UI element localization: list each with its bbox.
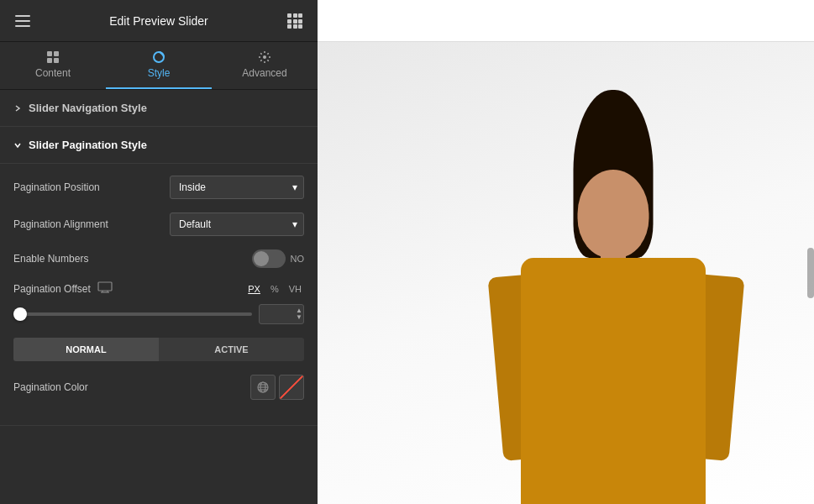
toggle-knob [254, 251, 269, 266]
right-panel [318, 0, 814, 504]
panel-body: Slider Navigation Style Slider Paginatio… [0, 90, 318, 504]
person-body [521, 258, 706, 504]
tab-style[interactable]: Style [106, 42, 212, 89]
pagination-offset-row: Pagination Offset PX % VH [13, 281, 304, 296]
offset-slider-row: ▲ ▼ [13, 304, 304, 324]
svg-rect-2 [15, 25, 30, 27]
svg-rect-13 [54, 51, 59, 56]
svg-rect-1 [15, 20, 30, 22]
svg-rect-9 [287, 24, 291, 29]
pagination-alignment-select[interactable]: Default Left Center Right [170, 213, 304, 236]
chevron-down-icon [13, 141, 22, 150]
svg-rect-0 [15, 15, 30, 17]
tab-content[interactable]: Content [0, 42, 106, 89]
scrollbar[interactable] [807, 248, 814, 298]
pagination-section-label: Slider Pagination Style [29, 139, 147, 151]
svg-rect-10 [293, 24, 297, 29]
svg-rect-4 [293, 13, 297, 18]
svg-rect-12 [47, 51, 52, 56]
svg-rect-11 [298, 24, 302, 29]
enable-numbers-label: Enable Numbers [13, 253, 252, 265]
unit-percent-button[interactable]: % [268, 282, 281, 296]
page-title: Edit Preview Slider [34, 14, 284, 28]
navigation-section-header[interactable]: Slider Navigation Style [0, 90, 318, 127]
mode-tabs: NORMAL ACTIVE [13, 338, 304, 361]
svg-rect-3 [287, 13, 291, 18]
tabs-container: Content Style Advanced [0, 42, 318, 90]
toggle-no-label: NO [291, 254, 305, 264]
navigation-section-label: Slider Navigation Style [29, 102, 147, 114]
tab-advanced[interactable]: Advanced [212, 42, 318, 89]
enable-numbers-row: Enable Numbers NO [13, 249, 304, 268]
left-panel: Edit Preview Slider Cont [0, 0, 318, 504]
pagination-offset-label: Pagination Offset [13, 283, 91, 295]
chevron-right-icon [13, 104, 22, 113]
transparent-color-swatch[interactable] [279, 375, 304, 400]
pagination-position-label: Pagination Position [13, 181, 170, 193]
steppers: ▲ ▼ [296, 304, 302, 324]
menu-button[interactable] [12, 12, 34, 30]
pagination-position-row: Pagination Position Inside Outside [13, 176, 304, 199]
offset-number-input-wrapper: ▲ ▼ [259, 304, 304, 324]
svg-rect-7 [293, 19, 297, 24]
svg-rect-6 [287, 19, 291, 24]
top-right-bar [318, 0, 814, 42]
offset-range-slider[interactable] [13, 312, 252, 316]
svg-rect-14 [47, 58, 52, 63]
image-area [318, 42, 814, 504]
enable-numbers-toggle[interactable] [252, 249, 286, 268]
enable-numbers-toggle-container: NO [252, 249, 305, 268]
mode-normal-tab[interactable]: NORMAL [13, 338, 159, 361]
pagination-section-content: Pagination Position Inside Outside Pagin… [0, 164, 318, 426]
svg-rect-15 [54, 58, 59, 63]
person-figure [466, 66, 760, 505]
unit-group: PX % VH [245, 282, 304, 296]
pagination-position-select[interactable]: Inside Outside [170, 176, 304, 199]
slider-thumb [13, 307, 27, 321]
monitor-icon [97, 281, 113, 296]
color-swatches [250, 375, 304, 400]
pagination-color-row: Pagination Color [13, 375, 304, 400]
pagination-offset-label-group: Pagination Offset [13, 281, 113, 296]
svg-rect-5 [298, 13, 302, 18]
pagination-alignment-label: Pagination Alignment [13, 218, 170, 230]
pagination-position-select-wrapper: Inside Outside [170, 176, 304, 199]
unit-vh-button[interactable]: VH [286, 282, 304, 296]
top-bar: Edit Preview Slider [0, 0, 318, 42]
global-color-swatch[interactable] [250, 375, 276, 400]
grid-button[interactable] [284, 10, 306, 32]
unit-px-button[interactable]: PX [245, 282, 263, 296]
svg-point-17 [263, 55, 266, 59]
step-down-button[interactable]: ▼ [296, 314, 302, 321]
pagination-alignment-row: Pagination Alignment Default Left Center… [13, 213, 304, 236]
pagination-alignment-select-wrapper: Default Left Center Right [170, 213, 304, 236]
svg-rect-8 [298, 19, 302, 24]
mode-active-tab[interactable]: ACTIVE [159, 338, 304, 361]
pagination-section-header[interactable]: Slider Pagination Style [0, 127, 318, 164]
pagination-color-label: Pagination Color [13, 381, 250, 393]
svg-rect-18 [98, 282, 112, 291]
